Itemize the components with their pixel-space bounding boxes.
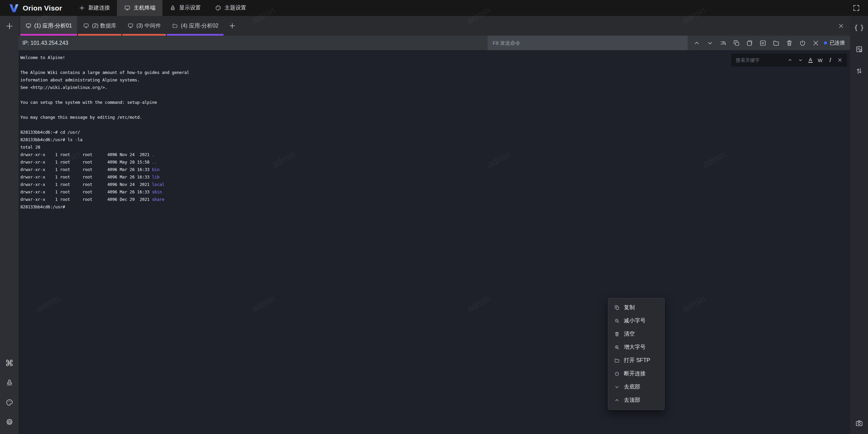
menu-item-theme-settings[interactable]: 主题设置 — [208, 0, 253, 16]
menu-item-label: 主题设置 — [224, 4, 246, 12]
context-menu-label: 复制 — [624, 304, 635, 311]
right-sidebar-bottom — [853, 417, 865, 429]
context-menu-item-disconnect[interactable]: 断开连接 — [608, 367, 664, 380]
screenshot-button[interactable] — [853, 417, 865, 429]
status-label: 已连接 — [830, 40, 845, 46]
doc-bookmark-button[interactable] — [853, 43, 865, 55]
chevron-down-icon — [798, 57, 803, 63]
terminal-line: drwxr-xr-x 1 root root 4096 Nov 24 2021 … — [20, 181, 850, 188]
paste-icon — [746, 39, 753, 47]
paste-button[interactable] — [746, 39, 753, 47]
search-input[interactable] — [736, 57, 785, 63]
directory-name: . — [152, 152, 154, 157]
fullscreen-button[interactable] — [849, 1, 863, 15]
context-menu-item-to-top[interactable]: 去顶部 — [608, 394, 664, 407]
whole-word-button[interactable]: W — [818, 57, 823, 63]
tab-list: (1) 应用-分析01(2) 数据库(3) 中间件(4) 应用-分析02 — [20, 16, 224, 36]
terminal-tab-1[interactable]: (1) 应用-分析01 — [20, 16, 77, 36]
terminal-text: drwxr-xr-x 1 root root 4096 Mar 26 16:33 — [20, 174, 152, 180]
directory-name: local — [152, 182, 164, 187]
search-controls: AWI — [787, 57, 843, 63]
context-menu-item-font-larger[interactable]: 增大字号 — [608, 341, 664, 354]
terminal-text: 828133bb4cd6:/usr# ls -la — [20, 137, 82, 142]
context-menu-label: 打开 SFTP — [624, 357, 650, 364]
theme-settings-button[interactable] — [4, 397, 15, 408]
menu-item-display-settings[interactable]: 显示设置 — [162, 0, 208, 16]
send-command-input[interactable] — [488, 36, 688, 50]
terminal-tab-4[interactable]: (4) 应用-分析02 — [167, 16, 223, 36]
add-tab-button[interactable] — [224, 16, 240, 36]
directory-name: sbin — [152, 189, 162, 194]
directory-name: lib — [152, 174, 159, 180]
power-button[interactable] — [798, 39, 806, 47]
terminal-line — [20, 61, 850, 69]
tab-bar: (1) 应用-分析01(2) 数据库(3) 中间件(4) 应用-分析02 — [19, 16, 850, 36]
context-menu-item-clear[interactable]: 清空 — [608, 327, 664, 341]
terminal-text: drwxr-xr-x 1 root root 4096 Mar 26 16:33 — [20, 167, 152, 172]
terminal-line: drwxr-xr-x 1 root root 4096 Mar 26 16:33… — [20, 188, 850, 196]
terminal-line: drwxr-xr-x 1 root root 4096 Mar 26 16:33… — [20, 166, 850, 173]
terminal-text: Welcome to Alpine! — [20, 55, 65, 60]
command-snippets-button[interactable]: { } — [853, 22, 865, 33]
copy-icon — [733, 39, 740, 47]
app-title: Orion Visor — [23, 4, 62, 12]
code-block-button[interactable] — [759, 39, 767, 47]
close-search-button[interactable] — [837, 57, 843, 63]
shortcut-command-button[interactable]: ⌘ — [4, 357, 15, 369]
context-menu-item-to-bottom[interactable]: 去底部 — [608, 380, 664, 394]
terminal-line: 828133bb4cd6:/usr# — [20, 203, 850, 211]
terminal-line: Welcome to Alpine! — [20, 54, 850, 61]
terminal-tab-3[interactable]: (3) 中间件 — [122, 16, 166, 36]
match-case-button[interactable]: A — [808, 57, 813, 63]
terminal-line: drwxr-xr-x 1 root root 4096 May 28 15:58… — [20, 158, 850, 166]
chevron-down-icon — [706, 39, 714, 47]
brand: Orion Visor — [0, 0, 72, 16]
chevron-down-button[interactable] — [706, 39, 714, 47]
context-menu-item-copy[interactable]: 复制 — [608, 301, 664, 314]
menu-item-label: 显示设置 — [179, 4, 201, 12]
tab-label: (1) 应用-分析01 — [34, 22, 72, 30]
close-tabs-button[interactable] — [832, 16, 850, 36]
find-prev-button[interactable] — [787, 57, 793, 63]
regex-button[interactable]: I — [828, 57, 832, 63]
close-button[interactable] — [812, 39, 820, 47]
terminal-screen[interactable]: Welcome to Alpine! The Alpine Wiki conta… — [19, 50, 850, 434]
tab-underline — [20, 34, 77, 36]
doc-bookmark-icon — [855, 45, 863, 53]
monitor-icon — [127, 23, 134, 29]
terminal-line: The Alpine Wiki contains a large amount … — [20, 69, 850, 76]
system-settings-button[interactable] — [4, 416, 15, 428]
search-lines-button[interactable] — [719, 39, 727, 47]
stamp-icon — [170, 5, 176, 11]
terminal-line: total 28 — [20, 144, 850, 151]
context-menu-item-font-smaller[interactable]: 减小字号 — [608, 314, 664, 327]
stamp-icon — [5, 379, 14, 387]
terminal-search-panel: AWI — [731, 54, 847, 67]
shortcut-command-icon: ⌘ — [5, 359, 14, 367]
copy-button[interactable] — [732, 39, 740, 47]
close-icon — [838, 23, 844, 29]
terminal-line: You may change this message by editing /… — [20, 114, 850, 121]
terminal-text: drwxr-xr-x 1 root root 4096 Dec 29 2021 — [20, 197, 152, 202]
terminal-tab-2[interactable]: (2) 数据库 — [78, 16, 121, 36]
scroll-order-button[interactable] — [853, 65, 865, 77]
code-block-icon — [759, 39, 767, 47]
trash-button[interactable] — [785, 39, 793, 47]
context-menu-item-open-sftp[interactable]: 打开 SFTP — [608, 354, 664, 367]
folder-button[interactable] — [772, 39, 780, 47]
new-connection-button[interactable] — [4, 20, 15, 32]
menu-item-label: 主机终端 — [134, 4, 155, 12]
chevron-up-button[interactable] — [693, 39, 701, 47]
find-next-button[interactable] — [798, 57, 803, 63]
toolbar-buttons — [693, 39, 820, 47]
menu-item-host-terminal[interactable]: 主机终端 — [117, 0, 162, 16]
terminal-text: The Alpine Wiki contains a large amount … — [20, 70, 189, 75]
menu-item-new-connection[interactable]: 新建连接 — [72, 0, 117, 16]
palette-icon — [5, 398, 14, 407]
tab-label: (3) 中间件 — [136, 22, 161, 30]
display-settings-button[interactable] — [4, 377, 15, 389]
context-menu-label: 清空 — [624, 331, 635, 338]
search-lines-icon — [719, 39, 727, 47]
trash-icon — [614, 331, 620, 337]
folder-icon — [772, 39, 780, 47]
